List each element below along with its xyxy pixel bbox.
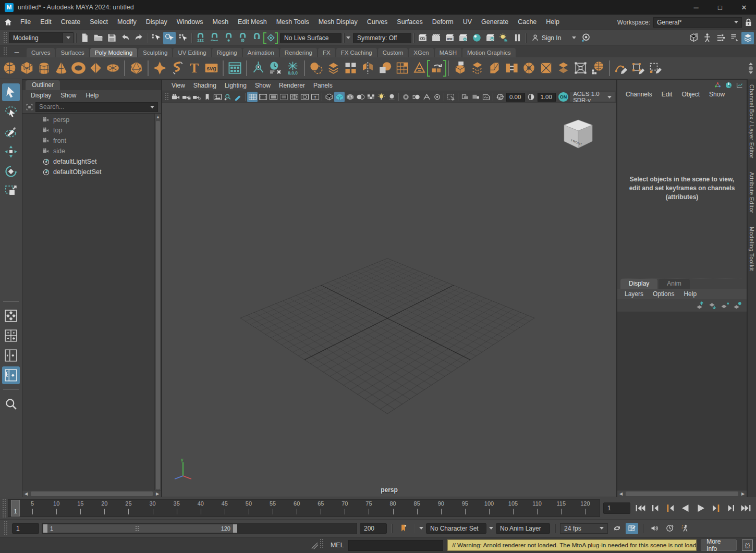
quad-draw-tool-button[interactable] xyxy=(630,59,647,77)
wireframe-icon[interactable] xyxy=(324,92,334,102)
symmetry-caret[interactable] xyxy=(346,36,350,39)
range-start-handle[interactable] xyxy=(43,524,47,533)
menu-uv[interactable]: UV xyxy=(458,15,477,30)
warning-message[interactable]: // Warning: Arnold renderer not loaded. … xyxy=(447,539,697,551)
xray-display-icon[interactable] xyxy=(460,92,470,102)
menu-cache[interactable]: Cache xyxy=(513,15,541,30)
shelf-tab-mash[interactable]: MASH xyxy=(435,48,461,57)
shelf-scroll-up-icon[interactable] xyxy=(749,63,753,65)
gamma-field[interactable]: 1.00 xyxy=(538,93,556,102)
render-setup-icon[interactable] xyxy=(484,32,496,44)
graph-editor-icon[interactable] xyxy=(736,81,743,89)
lighting-icon[interactable] xyxy=(376,92,386,102)
lasso-tool[interactable] xyxy=(2,103,20,121)
shelf-tab-poly-modeling[interactable]: Poly Modeling xyxy=(90,48,137,57)
poly-cube-button[interactable] xyxy=(18,59,35,77)
character-set-caret[interactable] xyxy=(419,527,423,530)
go-to-end-button[interactable] xyxy=(739,502,753,514)
channel-box-menu-edit[interactable]: Edit xyxy=(657,91,677,98)
range-slider-trough[interactable]: 1 120 xyxy=(42,523,357,534)
menu-modify[interactable]: Modify xyxy=(113,15,141,30)
modeling-toolkit-icon[interactable] xyxy=(687,32,700,44)
smooth-button[interactable] xyxy=(469,59,486,77)
select-by-hierarchy-icon[interactable] xyxy=(150,32,162,44)
sidebar-tab-modeling-toolkit[interactable]: Modeling Toolkit xyxy=(749,227,755,271)
bookmark-add-icon[interactable] xyxy=(397,523,409,534)
shelf-tab-fx[interactable]: FX xyxy=(318,48,335,57)
time-slider-ruler[interactable]: 1 51015202530354045505560657075808590951… xyxy=(8,499,600,517)
layer-editor-menu-options[interactable]: Options xyxy=(649,290,678,298)
scroll-thumb[interactable] xyxy=(31,491,153,496)
mirror-button[interactable] xyxy=(359,59,376,77)
outliner-item-side[interactable]: side xyxy=(22,146,154,156)
menu-deform[interactable]: Deform xyxy=(428,15,458,30)
play-forwards-button[interactable] xyxy=(694,502,708,514)
film-gate-icon[interactable] xyxy=(258,92,268,102)
combine-button[interactable] xyxy=(308,59,325,77)
create-empty-layer-icon[interactable] xyxy=(720,301,729,309)
move-tool[interactable] xyxy=(2,143,20,161)
platonic-solid-button[interactable] xyxy=(128,59,145,77)
layer-editor-hscrollbar[interactable]: ◀ ▶ xyxy=(617,490,747,497)
poly-torus-button[interactable] xyxy=(70,59,87,77)
smooth-shade-all-icon[interactable] xyxy=(334,92,345,102)
step-forward-frame-button[interactable] xyxy=(724,502,738,514)
maximize-button[interactable]: □ xyxy=(708,0,732,15)
snap-to-grid-icon[interactable] xyxy=(194,32,206,44)
layout-four-view[interactable] xyxy=(2,327,20,345)
grid-toggle-icon[interactable] xyxy=(247,92,258,102)
step-back-frame-button[interactable] xyxy=(649,502,662,514)
range-bar-grip[interactable] xyxy=(135,525,139,532)
select-tool[interactable] xyxy=(2,83,20,101)
bevel-button[interactable] xyxy=(486,59,503,77)
delete-history-button[interactable] xyxy=(267,59,284,77)
layout-two-pane[interactable] xyxy=(2,347,20,364)
shelf-tab-animation[interactable]: Animation xyxy=(243,48,279,57)
shelf-tab-curves[interactable]: Curves xyxy=(27,48,55,57)
script-editor-icon[interactable]: {;} xyxy=(742,539,753,551)
scroll-left-icon[interactable]: ◀ xyxy=(617,491,625,496)
outliner-item-front[interactable]: front xyxy=(22,136,154,146)
depth-of-field-icon[interactable] xyxy=(432,92,442,102)
outliner-item-defaultObjectSet[interactable]: defaultObjectSet xyxy=(22,167,154,177)
range-slider-bar[interactable]: 1 120 xyxy=(43,524,237,533)
viewport-toolbar-grip[interactable] xyxy=(165,92,169,101)
paint-select-tool[interactable] xyxy=(2,123,20,141)
outliner-menu-show[interactable]: Show xyxy=(56,92,80,99)
more-info-button[interactable]: More Info xyxy=(701,539,737,551)
make-live-icon[interactable] xyxy=(264,32,277,44)
filter-icon[interactable] xyxy=(26,103,33,111)
type-tool-button[interactable]: T xyxy=(186,59,203,77)
lock-icon[interactable] xyxy=(745,18,752,27)
gamma-icon[interactable] xyxy=(526,92,536,102)
extract-button[interactable] xyxy=(342,59,359,77)
select-by-component-icon[interactable] xyxy=(177,32,189,44)
shelf-tab-custom[interactable]: Custom xyxy=(378,48,408,57)
poly-cylinder-button[interactable] xyxy=(35,59,53,77)
safe-title-icon[interactable]: T xyxy=(310,92,320,102)
anim-layer-caret[interactable] xyxy=(489,527,493,530)
scroll-right-icon[interactable]: ▶ xyxy=(739,491,747,496)
modeling-toolkit-window-button[interactable] xyxy=(226,59,243,77)
render-view-icon[interactable] xyxy=(416,32,429,44)
shelf-tab-fx-caching[interactable]: FX Caching xyxy=(336,48,377,57)
shelf-tab-uv-editing[interactable]: UV Editing xyxy=(173,48,211,57)
menu-file[interactable]: File xyxy=(16,15,35,30)
create-layer-from-selected-icon[interactable] xyxy=(733,301,741,309)
playback-speed-icon[interactable] xyxy=(663,523,676,534)
snap-to-projected-center-icon[interactable] xyxy=(236,32,249,44)
save-scene-icon[interactable] xyxy=(105,32,118,44)
menu-surfaces[interactable]: Surfaces xyxy=(392,15,427,30)
snap-to-point-icon[interactable] xyxy=(222,32,235,44)
move-layer-up-icon[interactable] xyxy=(695,301,704,309)
viewport-menu-lighting[interactable]: Lighting xyxy=(221,82,251,89)
menu-curves[interactable]: Curves xyxy=(362,15,393,30)
move-layer-down-icon[interactable] xyxy=(708,301,716,309)
layer-tab-anim[interactable]: Anim xyxy=(659,279,689,289)
zoom-tool[interactable] xyxy=(2,395,20,413)
anti-aliasing-icon[interactable] xyxy=(421,92,432,102)
layer-list-empty[interactable] xyxy=(617,312,747,490)
menu-edit-mesh[interactable]: Edit Mesh xyxy=(233,15,272,30)
scale-tool[interactable] xyxy=(2,182,20,200)
scroll-right-icon[interactable]: ▶ xyxy=(154,491,161,496)
